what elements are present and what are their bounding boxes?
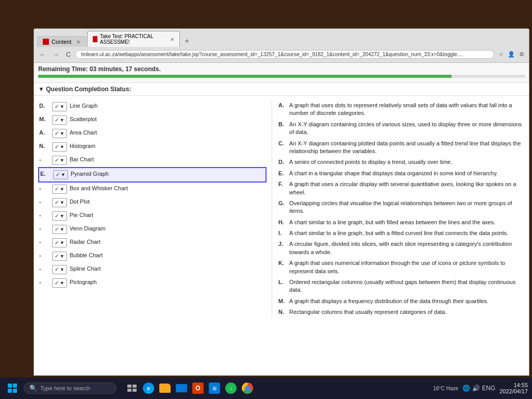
answer-item-a: A. A graph that uses dots to represent r… — [277, 100, 525, 119]
store-icon[interactable]: ⊞ — [207, 381, 222, 395]
dropdown-m[interactable]: ✓ ▼ — [52, 115, 67, 125]
new-tab-button[interactable]: + — [181, 35, 193, 47]
svg-rect-0 — [127, 385, 131, 388]
tray-icons: 🌐 🔊 ENG — [462, 385, 495, 392]
left-column: D. ✓ ▼ Line Graph M. ✓ ▼ Scatterplot A. … — [38, 100, 272, 318]
weather-text: 16°C Haze — [433, 386, 458, 391]
ms-store-icon: ⊞ — [209, 383, 220, 394]
clock-time: 14:55 — [500, 382, 528, 388]
answer-item-c: C. An X-Y diagram containing plotted dat… — [277, 138, 525, 157]
edge-icon[interactable]: e — [141, 381, 156, 395]
tab-label-active: Take Test: PRACTICAL ASSESSME! — [100, 34, 165, 45]
answer-item-h: H. A chart similar to a line graph, but … — [277, 217, 525, 228]
windows-icon — [8, 384, 17, 393]
matching-container: D. ✓ ▼ Line Graph M. ✓ ▼ Scatterplot A. … — [34, 96, 529, 322]
browser-actions: ☆ 👤 ⚙ — [497, 51, 526, 59]
dropdown-a[interactable]: ✓ ▼ — [52, 129, 67, 138]
dropdown-n[interactable]: ✓ ▼ — [52, 142, 67, 152]
search-icon: 🔍 — [29, 385, 37, 392]
tray-time: 14:55 2022/04/17 — [500, 382, 528, 394]
profile-icon[interactable]: 👤 — [507, 51, 516, 59]
desktop: Content ✕ Take Test: PRACTICAL ASSESSME!… — [0, 0, 532, 399]
answer-item-e: E. A chart in a triangular shape that di… — [277, 168, 525, 179]
browser-window: Content ✕ Take Test: PRACTICAL ASSESSME!… — [34, 28, 529, 376]
address-bar[interactable]: tmlearn.ul.ac.za/webapps/assessment/take… — [75, 50, 494, 59]
list-item: A. ✓ ▼ Area Chart — [38, 127, 267, 140]
progress-indicator — [38, 75, 525, 78]
language-tray-icon[interactable]: ENG — [482, 385, 495, 392]
clock-date: 2022/04/17 — [500, 388, 528, 394]
tab-label: Content — [52, 39, 72, 45]
dropdown-piechart[interactable]: ✓ ▼ — [52, 211, 67, 221]
browser-chrome: Content ✕ Take Test: PRACTICAL ASSESSME!… — [34, 29, 529, 63]
answer-item-k: K. A graph that uses numerical informati… — [277, 258, 525, 277]
answer-item-b: B. An X-Y diagram containing circles of … — [277, 119, 525, 138]
mail-app-icon — [176, 384, 187, 392]
tab-close-active-icon[interactable]: ✕ — [170, 37, 174, 42]
start-button[interactable] — [4, 380, 21, 396]
forward-button[interactable]: → — [51, 49, 61, 59]
network-tray-icon[interactable]: 🌐 — [462, 385, 470, 392]
mail-icon[interactable] — [174, 381, 189, 395]
dropdown-radar[interactable]: ✓ ▼ — [52, 238, 67, 247]
chrome-icon[interactable] — [240, 381, 255, 395]
dropdown-boxwhisker[interactable]: ✓ ▼ — [52, 185, 67, 194]
answer-item-g: G. Overlapping circles that visualise th… — [277, 198, 525, 217]
dropdown-dotplot[interactable]: ✓ ▼ — [52, 198, 67, 207]
list-item: - ✓ ▼ Bubble Chart — [38, 250, 267, 263]
answer-item-i: I. A chart similar to a line graph, but … — [277, 228, 525, 239]
spotify-icon[interactable]: ♪ — [224, 381, 238, 395]
list-item-pyramid: E. ✓ ▼ Pyramid Graph — [38, 167, 267, 182]
refresh-button[interactable]: C — [64, 49, 73, 59]
search-bar[interactable]: 🔍 Type here to search — [24, 383, 117, 394]
dropdown-d[interactable]: ✓ ▼ — [52, 102, 67, 111]
folder-icon — [159, 384, 171, 393]
progress-fill — [38, 75, 452, 78]
spotify-app-icon: ♪ — [225, 383, 237, 394]
svg-rect-1 — [132, 385, 137, 388]
tab-bar: Content ✕ Take Test: PRACTICAL ASSESSME!… — [37, 31, 526, 47]
office-icon[interactable]: O — [191, 381, 205, 395]
volume-tray-icon[interactable]: 🔊 — [472, 385, 480, 392]
address-bar-row: ← → C tmlearn.ul.ac.za/webapps/assessmen… — [37, 48, 526, 60]
dropdown-pictograph[interactable]: ✓ ▼ — [52, 278, 67, 288]
section-header: ▼ Question Completion Status: — [34, 83, 529, 96]
list-item: - ✓ ▼ Venn Diagram — [38, 223, 267, 236]
page-content[interactable]: Remaining Time: 03 minutes, 17 seconds. … — [34, 63, 529, 375]
list-item: - ✓ ▼ Pie Chart — [38, 209, 267, 223]
right-column: A. A graph that uses dots to represent r… — [272, 100, 525, 318]
dropdown-bubble[interactable]: ✓ ▼ — [52, 252, 67, 261]
taskview-button[interactable] — [125, 381, 139, 395]
back-button[interactable]: ← — [37, 49, 48, 59]
taskbar-icons: e O ⊞ ♪ — [125, 381, 255, 395]
dropdown-venn[interactable]: ✓ ▼ — [52, 225, 67, 234]
list-item: - ✓ ▼ Dot Plot — [38, 196, 267, 209]
tray-area: 16°C Haze 🌐 🔊 ENG 14:55 2022/04/17 — [433, 382, 528, 394]
tab-take-test[interactable]: Take Test: PRACTICAL ASSESSME! ✕ — [87, 31, 180, 47]
list-item: - ✓ ▼ Spline Chart — [38, 263, 267, 276]
bookmark-icon[interactable]: ☆ — [497, 51, 505, 59]
chrome-app-icon — [242, 383, 253, 394]
tab-content[interactable]: Content ✕ — [37, 36, 86, 47]
office-app-icon: O — [192, 383, 204, 394]
tab-close-icon[interactable]: ✕ — [76, 39, 80, 45]
answer-item-f: F. A graph that uses a circular display … — [277, 179, 525, 198]
svg-rect-3 — [132, 389, 137, 392]
timer-bar: Remaining Time: 03 minutes, 17 seconds. — [34, 63, 529, 83]
file-explorer-icon[interactable] — [158, 381, 172, 395]
answer-item-m: M. A graph that displays a frequency dis… — [277, 296, 525, 307]
answer-item-n: N. Rectangular columns that usually repr… — [277, 307, 525, 318]
list-item: M. ✓ ▼ Scatterplot — [38, 113, 267, 127]
dropdown-spline[interactable]: ✓ ▼ — [52, 265, 67, 274]
list-item: D. ✓ ▼ Line Graph — [38, 100, 267, 113]
dropdown-barchart[interactable]: ✓ ▼ — [52, 156, 67, 165]
answer-item-l: L. Ordered rectangular columns (usually … — [277, 277, 525, 296]
list-item: - ✓ ▼ Box and Whisker Chart — [38, 182, 267, 196]
tab-favicon-active — [93, 36, 97, 42]
answer-item-d: D. A series of connected points to displ… — [277, 157, 525, 168]
extensions-icon[interactable]: ⚙ — [518, 51, 526, 59]
list-item: - ✓ ▼ Radar Chart — [38, 236, 267, 250]
taskbar: 🔍 Type here to search e — [0, 377, 532, 399]
dropdown-e[interactable]: ✓ ▼ — [53, 170, 68, 179]
list-item: N. ✓ ▼ Histogram — [38, 140, 267, 154]
